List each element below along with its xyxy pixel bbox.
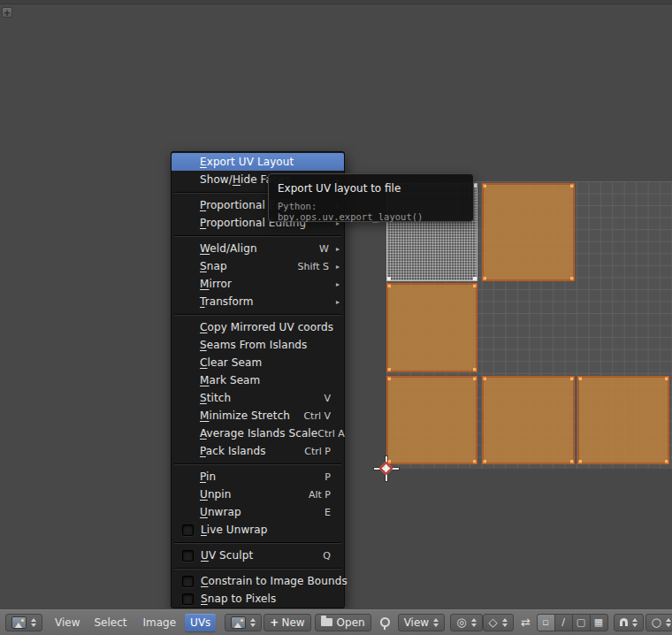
menu-item-label: Live Unwrap <box>201 524 268 536</box>
image-datablock-browse-button[interactable] <box>225 614 262 631</box>
menu-item-clear-seam[interactable]: Clear Seam <box>172 354 344 371</box>
menu-item-average-islands-scale[interactable]: Average Islands ScaleCtrl A <box>172 425 344 442</box>
dropdown-arrows-icon <box>471 618 477 627</box>
menu-item-shortcut: Ctrl V <box>303 410 331 422</box>
uv-image-canvas[interactable] <box>386 181 672 469</box>
menu-separator <box>174 564 341 572</box>
draw-channels-icon: ◎ <box>456 616 466 628</box>
submenu-arrow-icon: ▸ <box>332 280 340 288</box>
menu-uvs-label: UVs <box>190 616 210 629</box>
image-editor-icon <box>11 616 27 629</box>
pivot-center-dropdown[interactable]: ◇ <box>483 614 514 631</box>
edge-select-icon: ∕ <box>561 617 565 627</box>
menu-item-live-unwrap[interactable]: Live Unwrap <box>172 521 344 539</box>
menu-item-shortcut: W <box>319 243 329 255</box>
menu-item-label: Export UV Layout <box>200 156 294 168</box>
uv-face-selected[interactable] <box>482 183 575 281</box>
menu-item-copy-mirrored-uv-coords[interactable]: Copy Mirrored UV coords <box>172 318 344 336</box>
open-image-button[interactable]: Open <box>315 614 371 631</box>
sync-select-icon: ⇄ <box>521 616 531 628</box>
submenu-arrow-icon: ▸ <box>332 245 340 253</box>
menu-item-shortcut: Q <box>323 550 331 562</box>
uv-face-selected[interactable] <box>386 283 477 372</box>
menu-item-label: Unwrap <box>200 506 241 518</box>
select-mode-island-button[interactable]: ▦ <box>590 614 608 631</box>
new-image-label: New <box>281 616 304 629</box>
snap-dropdown[interactable] <box>614 614 644 631</box>
new-image-button[interactable]: + New <box>263 614 310 631</box>
menu-item-snap[interactable]: SnapShift S▸ <box>172 257 344 275</box>
sync-uv-selection-toggle[interactable]: ⇄ <box>517 614 535 631</box>
mode-dropdown-value: View <box>404 616 429 629</box>
area-top-edge <box>0 0 672 4</box>
uv-face-selected[interactable] <box>482 376 575 464</box>
uv-face-selected[interactable] <box>577 376 669 464</box>
menu-item-label: Seams From Islands <box>200 339 307 351</box>
menu-item-shortcut: Ctrl P <box>304 446 331 457</box>
checkbox-icon <box>182 593 194 605</box>
menu-item-label: Copy Mirrored UV coords <box>200 321 333 333</box>
checkbox-icon <box>182 524 194 536</box>
menu-item-label: Constrain to Image Bounds <box>201 575 347 587</box>
menu-image[interactable]: Image <box>138 614 182 631</box>
menu-item-label: Pin <box>200 471 216 483</box>
menu-item-mirror[interactable]: Mirror▸ <box>172 275 344 293</box>
menu-item-snap-to-pixels[interactable]: Snap to Pixels <box>172 590 344 608</box>
menu-select[interactable]: Select <box>88 614 132 631</box>
menu-item-export-uv-layout[interactable]: Export UV Layout <box>172 153 344 171</box>
menu-item-label: Average Islands Scale <box>200 427 317 440</box>
menu-uvs[interactable]: UVs <box>185 614 216 631</box>
menu-item-label: Weld/Align <box>200 242 257 255</box>
menu-item-pack-islands[interactable]: Pack IslandsCtrl P <box>172 442 344 460</box>
proportional-edit-icon: ○ <box>652 616 661 628</box>
mode-dropdown[interactable]: View <box>398 614 445 631</box>
menu-item-label: Stitch <box>200 392 231 404</box>
tooltip: Export UV layout to file Python: bpy.ops… <box>268 173 474 222</box>
select-mode-vertex-button[interactable]: ▫ <box>537 614 555 631</box>
uv-face-selected[interactable] <box>386 376 477 464</box>
editor-type-button[interactable] <box>5 614 42 631</box>
menu-item-minimize-stretch[interactable]: Minimize StretchCtrl V <box>172 407 344 425</box>
select-mode-face-button[interactable]: ▢ <box>572 614 591 631</box>
menu-item-label: UV Sculpt <box>201 549 253 562</box>
menu-view[interactable]: View <box>50 614 85 631</box>
open-image-label: Open <box>337 616 365 629</box>
select-mode-edge-button[interactable]: ∕ <box>554 614 573 631</box>
menu-item-shortcut: Ctrl A <box>317 428 345 440</box>
menu-item-unwrap[interactable]: UnwrapE <box>172 503 344 521</box>
area-corner-split-widget[interactable]: + <box>2 7 12 18</box>
menu-item-label: Unpin <box>200 488 231 501</box>
draw-channels-dropdown[interactable]: ◎ <box>450 614 482 631</box>
menu-item-weld-align[interactable]: Weld/AlignW▸ <box>172 240 344 257</box>
menu-item-mark-seam[interactable]: Mark Seam <box>172 371 344 389</box>
submenu-arrow-icon: ▸ <box>332 298 340 306</box>
pivot-icon: ◇ <box>489 616 498 628</box>
menu-item-label: Pack Islands <box>200 445 266 457</box>
menu-item-uv-sculpt[interactable]: UV SculptQ <box>172 547 344 564</box>
menu-item-stitch[interactable]: StitchV <box>172 389 344 407</box>
dropdown-arrows-icon <box>632 618 638 627</box>
menu-item-label: Snap to Pixels <box>201 593 276 605</box>
menu-item-constrain-to-image-bounds[interactable]: Constrain to Image Bounds <box>172 572 344 590</box>
proportional-edit-dropdown[interactable]: ○ <box>645 614 672 631</box>
menu-item-seams-from-islands[interactable]: Seams From Islands <box>172 336 344 354</box>
plus-icon: + <box>270 617 279 628</box>
folder-icon <box>321 618 332 626</box>
menu-item-transform[interactable]: Transform▸ <box>172 293 344 310</box>
menu-item-shortcut: V <box>324 393 331 404</box>
menu-separator <box>174 460 341 468</box>
menu-item-label: Clear Seam <box>200 356 262 369</box>
menu-item-label: Minimize Stretch <box>200 409 290 422</box>
menu-item-label: Snap <box>200 260 227 272</box>
menu-item-label: Transform <box>200 295 254 308</box>
menu-separator <box>174 232 341 240</box>
editor-header: View Select Image UVs + New Open View <box>0 608 672 635</box>
dropdown-arrows-icon <box>250 618 256 627</box>
menu-item-pin[interactable]: PinP <box>172 468 344 486</box>
dropdown-arrows-icon <box>502 618 508 627</box>
menu-item-label: Mark Seam <box>200 374 260 386</box>
menu-item-unpin[interactable]: UnpinAlt P <box>172 486 344 503</box>
pin-image-toggle[interactable] <box>377 614 394 631</box>
menu-item-shortcut: E <box>325 507 331 518</box>
dropdown-arrows-icon <box>31 618 36 627</box>
